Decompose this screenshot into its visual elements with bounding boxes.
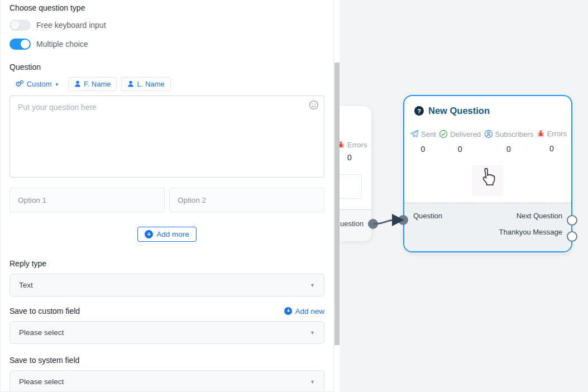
question-mark-icon: ? [414, 106, 424, 116]
previous-question-node[interactable]: Errors 0 uestion [340, 106, 371, 241]
stat-subscribers-value: 0 [506, 145, 511, 154]
edge-path [373, 220, 394, 224]
reply-type-heading: Reply type [9, 259, 324, 268]
option-1-input[interactable] [9, 188, 165, 212]
input-port-label: Question [413, 212, 442, 220]
gears-icon: ⚙⚙ [15, 80, 24, 88]
free-keyboard-label: Free keyboard input [36, 21, 106, 30]
flow-builder-screen: Choose question type Free keyboard input… [0, 0, 588, 392]
custom-field-heading: Save to custom field [9, 307, 80, 315]
next-question-output-port[interactable] [567, 215, 577, 226]
option-2-input[interactable] [169, 188, 324, 212]
merge-tag-chips: ⚙⚙ Custom ▾ F. Name L. Name [9, 77, 324, 91]
multiple-choice-label: Multiple choice [36, 40, 88, 49]
add-more-button[interactable]: + Add more [137, 227, 197, 242]
node-footer: Question Next Question Thankyou Message [404, 203, 571, 251]
ghost-errors-stat: Errors [340, 141, 367, 149]
question-textarea-wrap [9, 95, 324, 180]
stat-errors: Errors 0 [537, 130, 567, 154]
stat-delivered-value: 0 [458, 145, 462, 154]
delivered-icon [439, 130, 448, 138]
fname-chip-label: F. Name [84, 80, 111, 88]
multiple-choice-toggle[interactable] [9, 39, 31, 50]
question-settings-panel: Choose question type Free keyboard input… [0, 0, 334, 392]
reply-type-select[interactable]: Text ▼ [9, 274, 324, 297]
stat-delivered-label: Delivered [450, 130, 481, 138]
output-label-next-question: Next Question [517, 212, 562, 220]
lname-chip[interactable]: L. Name [121, 77, 170, 91]
errors-icon [537, 130, 545, 138]
lname-chip-label: L. Name [137, 80, 164, 88]
custom-field-select[interactable]: Please select ▼ [9, 321, 324, 344]
add-new-link[interactable]: + Add new [284, 307, 324, 315]
new-question-node[interactable]: ? New Question Sent 0 Delivered 0 [403, 95, 572, 252]
chevron-down-icon: ▾ [56, 82, 59, 87]
reply-type-value: Text [19, 281, 33, 289]
edge-arrowhead-icon [392, 214, 404, 226]
stat-delivered: Delivered 0 [439, 130, 481, 154]
subscribers-icon [484, 130, 493, 138]
ghost-question-port-label: uestion [340, 219, 364, 228]
person-icon [127, 80, 134, 88]
stat-errors-value: 0 [549, 144, 554, 153]
toggle-knob [21, 40, 30, 49]
plus-icon: + [284, 307, 292, 315]
custom-field-chip[interactable]: ⚙⚙ Custom ▾ [9, 78, 64, 90]
stat-sent-label: Sent [421, 130, 436, 138]
system-field-value: Please select [19, 377, 64, 386]
system-field-heading: Save to system field [9, 356, 324, 365]
ghost-errors-value: 0 [347, 153, 352, 162]
hand-cursor-icon [476, 166, 498, 187]
emoji-picker-icon[interactable] [309, 100, 319, 110]
scrollbar-thumb[interactable] [334, 63, 340, 345]
stat-errors-label: Errors [547, 130, 567, 138]
stat-subscribers: Subscribers 0 [484, 130, 534, 154]
system-field-select[interactable]: Please select ▼ [9, 370, 324, 392]
stat-subscribers-label: Subscribers [495, 130, 534, 138]
ghost-node-footer: uestion [340, 209, 371, 241]
stat-sent-value: 0 [420, 145, 425, 154]
node-stats: Sent 0 Delivered 0 Subscribers [404, 130, 571, 154]
plus-icon: + [145, 230, 153, 238]
flow-canvas[interactable]: Errors 0 uestion ? New Question Sent 0 [340, 0, 588, 392]
toggle-row-free-keyboard: Free keyboard input [9, 19, 324, 31]
options-row [9, 188, 324, 212]
question-heading: Question [9, 63, 324, 71]
toggle-knob [11, 21, 20, 30]
node-title: New Question [428, 106, 490, 116]
person-icon [74, 80, 81, 88]
send-icon [410, 130, 419, 138]
thankyou-message-output-port[interactable] [567, 231, 577, 242]
output-label-thankyou-message: Thankyou Message [499, 228, 562, 236]
free-keyboard-toggle[interactable] [9, 20, 31, 31]
custom-field-value: Please select [19, 328, 64, 337]
ghost-errors-label: Errors [347, 141, 367, 149]
stat-sent: Sent 0 [410, 130, 436, 154]
ghost-option-placeholder [340, 174, 362, 199]
add-new-label: Add new [295, 307, 324, 315]
toggle-row-multiple-choice: Multiple choice [9, 38, 324, 50]
fname-chip[interactable]: F. Name [68, 77, 117, 91]
chevron-down-icon: ▼ [310, 330, 315, 336]
custom-field-head-row: Save to custom field + Add new [9, 307, 324, 315]
custom-chip-label: Custom [27, 80, 52, 88]
errors-icon [340, 141, 345, 149]
question-textarea[interactable] [9, 95, 324, 178]
panel-scrollbar[interactable] [334, 0, 340, 392]
chevron-down-icon: ▼ [310, 379, 315, 385]
add-more-row: + Add more [9, 227, 324, 242]
question-type-heading: Choose question type [9, 3, 324, 12]
node-header: ? New Question [404, 96, 571, 116]
add-more-label: Add more [156, 230, 189, 238]
chevron-down-icon: ▼ [310, 283, 315, 288]
